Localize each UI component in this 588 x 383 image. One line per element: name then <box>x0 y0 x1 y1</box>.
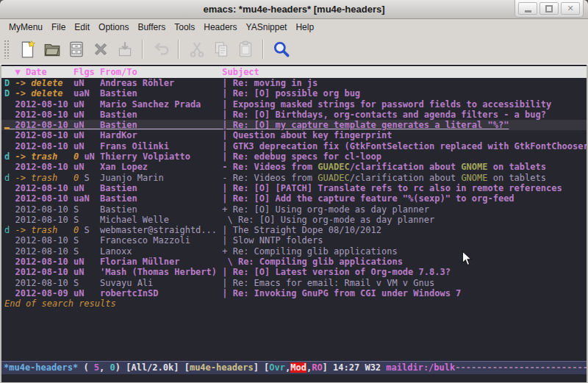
seg-from: Andreas Röhler <box>100 78 222 88</box>
menu-file[interactable]: File <box>47 21 70 34</box>
close-button[interactable] <box>561 2 580 15</box>
seg-subj: | Re: [O] my capture template generates … <box>222 120 509 130</box>
undo-icon <box>149 38 172 61</box>
seg-from: Bastien <box>100 110 222 120</box>
seg-action: 0 <box>74 173 84 183</box>
seg-action: 0 <box>74 151 84 162</box>
seg-mark <box>4 141 15 151</box>
seg-flags: S <box>74 204 100 215</box>
seg-date: 2012-08-10 <box>15 267 73 277</box>
message-row[interactable]: 2012-08-10 uN Frans Oilinki | GTK3 depre… <box>1 141 587 151</box>
modeline: *mu4e-headers* ( 5, 0) [All/2.0k] [mu4e-… <box>1 361 587 374</box>
seg-subj: /clarification about <box>350 162 462 172</box>
message-row[interactable]: D -> delete uaN Bastien | Re: [O] possib… <box>1 88 587 99</box>
seg-date: 2012-08-10 <box>15 162 73 172</box>
seg-date: 2012-08-09 <box>15 288 73 298</box>
menu-buffers[interactable]: Buffers <box>133 21 170 34</box>
save-buffer-icon[interactable] <box>65 38 87 61</box>
message-row[interactable]: 2012-08-09 uN robertcInSD | Re: Invoking… <box>1 288 587 298</box>
message-row[interactable]: 2012-08-10 S Lanoxx + Re: Compiling glib… <box>1 246 587 257</box>
seg-flags: uN <box>74 183 100 193</box>
seg-flags: uN <box>74 141 100 151</box>
seg-from: Frans Oilinki <box>100 141 222 151</box>
point-cursor <box>4 127 10 129</box>
menu-help[interactable]: Help <box>291 21 318 34</box>
menu-mymenu[interactable]: MyMenu <box>4 21 47 34</box>
seg-from: Xan Lopez <box>100 162 222 172</box>
maximize-button[interactable] <box>539 2 559 15</box>
message-row[interactable]: d -> trash 0 S webmaster@straightd... | … <box>1 225 587 235</box>
seg-hl: GNOME <box>461 173 487 183</box>
emacs-window: emacs: *mu4e-headers* [mu4e-headers] MyM… <box>0 0 588 383</box>
seg-subj: | Re: [O] Latest version of Org-mode 7.8… <box>222 267 451 277</box>
seg-mag: 5 <box>94 362 99 373</box>
seg-mark <box>4 110 15 120</box>
echo-area[interactable] <box>1 374 587 382</box>
seg-flags: uN <box>84 151 100 162</box>
minimize-button[interactable] <box>518 2 537 15</box>
new-file-icon[interactable] <box>16 38 39 61</box>
seg-hl: GUADEC <box>318 173 349 183</box>
seg-flags: uN <box>74 120 100 130</box>
seg-date: 2012-08-10 <box>15 235 73 246</box>
close-buffer-icon[interactable] <box>89 38 112 61</box>
seg-flags: S <box>84 173 100 183</box>
seg-from: Lanoxx <box>100 246 222 257</box>
seg-flags: uN <box>74 162 100 172</box>
message-row[interactable]: 2012-08-10 uN Bastien | Re: [O] [PATCH] … <box>1 183 587 193</box>
seg-from: webmaster@straightd... <box>100 225 222 235</box>
paste-icon <box>234 38 257 61</box>
message-row[interactable]: d -> trash 0 uN Thierry Volpiatto | Re: … <box>1 151 587 162</box>
seg-from: Francesco Mazzoli <box>100 235 222 246</box>
menu-options[interactable]: Options <box>94 21 133 34</box>
message-row[interactable]: 2012-08-10 S Michael Welle \ Re: [O] Usi… <box>1 215 587 225</box>
message-row[interactable]: 2012-08-10 uaN Bastien | Re: [O] Add the… <box>1 193 587 204</box>
seg-subj: + Re: Compiling glib applications <box>222 246 397 257</box>
header-line: ▼ Date Flgs From/To Subject <box>1 66 587 78</box>
message-row[interactable]: 2012-08-10 uN Florian Müllner \ Re: Comp… <box>1 257 587 267</box>
seg-subj: + Re: [O] Using org-mode as day planner <box>222 204 429 215</box>
seg-from: Juanjo Marin <box>100 173 222 183</box>
seg-from: Suvayu Ali <box>100 278 222 288</box>
seg-flags: S <box>74 235 100 246</box>
message-row[interactable]: D -> delete uN Andreas Röhler | Re: movi… <box>1 78 587 88</box>
window-title: emacs: *mu4e-headers* [mu4e-headers] <box>0 4 588 15</box>
seg-subj: | Question about key fingerprint <box>222 130 392 140</box>
seg-date: 2012-08-10 <box>15 257 73 267</box>
message-row[interactable]: 2012-08-10 S Suvayu Ali | Re: Emacs for … <box>1 278 587 288</box>
seg-flags: S <box>84 225 100 235</box>
seg-mark <box>4 267 15 277</box>
buffer-mu4e-headers: ▼ Date Flgs From/To Subject D -> delete … <box>1 65 587 361</box>
menu-headers[interactable]: Headers <box>199 21 241 34</box>
message-row[interactable]: 2012-08-10 uN Bastien | Re: [O] Birthday… <box>1 110 587 120</box>
seg-flags: uN <box>74 99 100 110</box>
message-row[interactable]: 2012-08-10 uN Xan Lopez - Re: Videos fro… <box>1 162 587 172</box>
message-row-current[interactable]: 2012-08-10 uN Bastien | Re: [O] my captu… <box>1 120 587 130</box>
seg-flags: uaN <box>74 193 100 204</box>
seg-subj: on tablets <box>488 173 546 183</box>
open-folder-icon[interactable] <box>40 38 63 61</box>
message-row[interactable]: 2012-08-10 S Bastien + Re: [O] Using org… <box>1 204 587 215</box>
message-row[interactable]: 2012-08-10 uN Mario Sanchez Prada | Expo… <box>1 99 587 110</box>
message-row[interactable]: 2012-08-10 uN 'Mash (Thomas Herbert) | R… <box>1 267 587 277</box>
seg-blue: *mu4e-headers* <box>4 362 78 373</box>
toolbar-grip-handle[interactable] <box>4 40 10 59</box>
seg-from: Bastien <box>100 193 222 204</box>
message-list: D -> delete uN Andreas Röhler | Re: movi… <box>1 78 587 298</box>
message-row[interactable]: d -> trash 0 S Juanjo Marin - Re: Videos… <box>1 173 587 183</box>
menu-yasnippet[interactable]: YASnippet <box>242 21 292 34</box>
seg-flags: uaN <box>74 88 100 99</box>
menu-edit[interactable]: Edit <box>70 21 94 34</box>
menu-tools[interactable]: Tools <box>170 21 199 34</box>
seg-date: 2012-08-10 <box>15 110 73 120</box>
seg-subj: \ Re: Compiling glib applications <box>222 257 403 267</box>
message-row[interactable]: 2012-08-10 uN HardKor | Question about k… <box>1 130 587 140</box>
titlebar[interactable]: emacs: *mu4e-headers* [mu4e-headers] <box>0 0 588 19</box>
message-row[interactable]: 2012-08-10 S Francesco Mazzoli | Slow NN… <box>1 235 587 246</box>
seg-cyan: 0 <box>110 362 115 373</box>
seg-date: 2012-08-10 <box>15 193 73 204</box>
seg-subj: | Re: [O] possible org bug <box>222 88 360 99</box>
mouse-cursor-icon <box>462 251 473 267</box>
copy-icon <box>209 38 232 61</box>
search-icon[interactable] <box>270 38 293 61</box>
